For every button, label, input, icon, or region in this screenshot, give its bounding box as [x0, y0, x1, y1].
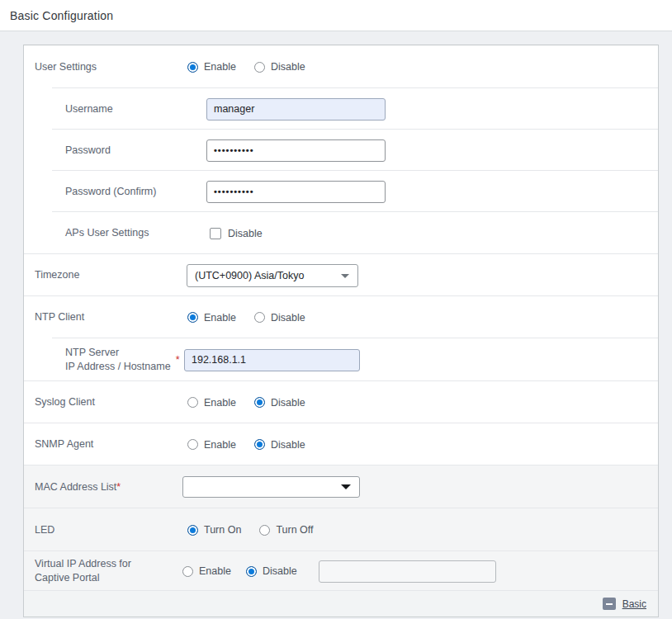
row-syslog-client: Syslog Client Enable Disable [24, 381, 658, 423]
disable-option-label: Disable [271, 439, 305, 451]
radio-selected-icon[interactable] [254, 397, 265, 408]
radio-selected-icon[interactable] [187, 525, 198, 536]
password-input[interactable] [206, 139, 386, 162]
page-title: Basic Configuration [10, 9, 113, 22]
timezone-select[interactable]: (UTC+0900) Asia/Tokyo [187, 264, 358, 287]
ntp-server-label: NTP Server IP Address / Hostname * [24, 346, 182, 374]
checkbox-unchecked-icon[interactable] [210, 228, 221, 239]
enable-option-label: Enable [204, 439, 236, 451]
row-timezone: Timezone (UTC+0900) Asia/Tokyo [24, 254, 658, 296]
enable-option-label: Enable [204, 397, 236, 409]
radio-unselected-icon[interactable] [187, 439, 198, 450]
row-mac-address-list: MAC Address List* [24, 465, 658, 508]
disable-option-label: Disable [271, 397, 305, 409]
user-settings-label: User Settings [24, 60, 182, 74]
required-asterisk: * [176, 353, 180, 367]
led-radio-group: Turn On Turn Off [187, 524, 314, 536]
enable-option-label: Enable [199, 565, 231, 577]
row-user-settings: User Settings Enable Disable [24, 45, 658, 88]
disable-option-label: Disable [271, 312, 305, 324]
virtual-ip-label-line1: Virtual IP Address for [35, 557, 182, 571]
radio-selected-icon[interactable] [187, 62, 198, 73]
syslog-enable-radio[interactable]: Enable [187, 397, 236, 409]
row-snmp-agent: SNMP Agent Enable Disable [24, 423, 658, 465]
username-label: Username [24, 102, 182, 116]
syslog-disable-radio[interactable]: Disable [254, 397, 305, 409]
enable-option-label: Enable [204, 312, 236, 324]
turn-on-option-label: Turn On [204, 524, 241, 536]
syslog-client-label: Syslog Client [24, 395, 182, 409]
snmp-agent-label: SNMP Agent [24, 437, 182, 451]
radio-selected-icon[interactable] [254, 439, 265, 450]
chevron-down-icon [341, 274, 349, 278]
snmp-disable-radio[interactable]: Disable [254, 439, 305, 451]
collapse-section-button[interactable] [603, 598, 616, 610]
ntp-client-enable-radio[interactable]: Enable [187, 312, 236, 324]
row-aps-user-settings: APs User Settings Disable [24, 212, 658, 254]
mac-address-list-label-text: MAC Address List [35, 481, 116, 493]
radio-unselected-icon[interactable] [182, 566, 193, 577]
row-password-confirm: Password (Confirm) [24, 171, 658, 212]
virtual-ip-input[interactable] [319, 560, 496, 583]
password-label: Password [24, 144, 182, 158]
virtual-ip-disable-radio[interactable]: Disable [246, 565, 297, 577]
basic-section-link[interactable]: Basic [622, 598, 646, 610]
virtual-ip-label-line2: Captive Portal [35, 571, 182, 585]
timezone-label: Timezone [24, 268, 182, 282]
required-asterisk: * [116, 481, 121, 493]
turn-off-option-label: Turn Off [276, 524, 313, 536]
radio-unselected-icon[interactable] [187, 397, 198, 408]
radio-selected-icon[interactable] [246, 566, 257, 577]
disable-option-label: Disable [263, 565, 297, 577]
row-username: Username [24, 88, 658, 130]
username-input[interactable] [206, 98, 386, 120]
ntp-client-label: NTP Client [24, 310, 182, 324]
aps-disable-label: Disable [228, 228, 263, 239]
led-turn-off-radio[interactable]: Turn Off [259, 524, 313, 536]
virtual-ip-label: Virtual IP Address for Captive Portal [24, 557, 182, 585]
snmp-enable-radio[interactable]: Enable [187, 439, 236, 451]
snmp-radio-group: Enable Disable [187, 439, 305, 451]
page-header: Basic Configuration [0, 0, 672, 31]
ntp-client-disable-radio[interactable]: Disable [254, 312, 305, 324]
mac-address-list-label: MAC Address List* [24, 480, 182, 494]
timezone-select-value: (UTC+0900) Asia/Tokyo [195, 270, 304, 281]
ntp-server-input[interactable] [184, 349, 360, 371]
disable-option-label: Disable [271, 61, 305, 73]
ntp-server-label-line2: IP Address / Hostname [65, 360, 171, 374]
password-confirm-label: Password (Confirm) [24, 185, 182, 199]
row-led: LED Turn On Turn Off [24, 508, 658, 551]
radio-selected-icon[interactable] [187, 312, 198, 323]
basic-configuration-panel: User Settings Enable Disable Username Pa… [23, 45, 659, 617]
syslog-radio-group: Enable Disable [187, 397, 305, 409]
enable-option-label: Enable [204, 61, 236, 73]
row-password: Password [24, 130, 658, 171]
radio-unselected-icon[interactable] [254, 312, 265, 323]
radio-unselected-icon[interactable] [254, 62, 265, 73]
mac-address-list-select[interactable] [182, 476, 360, 498]
row-ntp-server: NTP Server IP Address / Hostname * [24, 338, 658, 381]
led-label: LED [24, 523, 182, 537]
aps-user-settings-label: APs User Settings [24, 226, 182, 240]
minus-icon [606, 603, 613, 605]
ntp-client-radio-group: Enable Disable [187, 312, 305, 324]
ntp-server-label-line1: NTP Server [65, 346, 171, 360]
user-settings-radio-group: Enable Disable [187, 61, 305, 73]
row-virtual-ip-captive-portal: Virtual IP Address for Captive Portal En… [24, 551, 658, 591]
section-footer: Basic [24, 591, 658, 617]
row-ntp-client: NTP Client Enable Disable [24, 296, 658, 338]
radio-unselected-icon[interactable] [259, 525, 270, 536]
dropdown-arrow-icon [341, 484, 351, 489]
password-confirm-input[interactable] [206, 181, 386, 203]
led-turn-on-radio[interactable]: Turn On [187, 524, 241, 536]
user-settings-enable-radio[interactable]: Enable [187, 61, 236, 73]
user-settings-disable-radio[interactable]: Disable [254, 61, 305, 73]
virtual-ip-enable-radio[interactable]: Enable [182, 565, 231, 577]
aps-disable-checkbox-group[interactable]: Disable [210, 228, 263, 239]
virtual-ip-radio-group: Enable Disable [182, 565, 297, 577]
